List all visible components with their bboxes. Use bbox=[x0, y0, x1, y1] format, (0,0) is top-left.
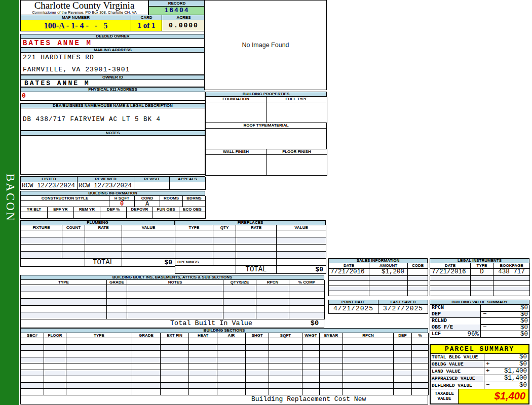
empty-cell bbox=[21, 292, 107, 299]
empty-cell bbox=[66, 376, 132, 383]
code-label: CODE bbox=[408, 263, 428, 269]
dep-label: DEP bbox=[394, 333, 412, 338]
value-summary-row: RPCN $0 bbox=[430, 305, 529, 311]
empty-cell bbox=[269, 345, 302, 351]
empty-cell bbox=[66, 363, 132, 370]
empty-cell bbox=[302, 389, 320, 395]
map-number-label: MAP NUMBER bbox=[21, 15, 131, 20]
type-label: TYPE bbox=[471, 263, 493, 269]
dep-value: $0 bbox=[489, 311, 529, 317]
reviewed-value: RCW 12/23/2024 bbox=[78, 182, 134, 190]
type-label: TYPE bbox=[21, 280, 107, 285]
plumbing-empty-row bbox=[21, 237, 175, 245]
empty-cell bbox=[44, 357, 66, 364]
empty-cell bbox=[21, 357, 44, 364]
empty-cell bbox=[189, 389, 217, 395]
taxable-value: $1,400 bbox=[459, 389, 528, 403]
building-sections-empty-row bbox=[21, 357, 428, 364]
empty-cell bbox=[236, 259, 277, 266]
empty-cell bbox=[213, 252, 236, 259]
empty-cell bbox=[189, 363, 217, 370]
empty-cell bbox=[62, 252, 85, 259]
fireplaces-total-label: TOTAL bbox=[236, 266, 277, 274]
empty-cell bbox=[343, 370, 394, 377]
empty-cell bbox=[85, 230, 122, 237]
empty-cell bbox=[213, 245, 236, 252]
eyear-label: EYEAR bbox=[320, 333, 343, 338]
empty-cell bbox=[161, 351, 189, 357]
empty-cell bbox=[213, 230, 236, 237]
parcel-summary-row: LAND VALUE +$1,400 bbox=[431, 368, 528, 375]
instrument-bookpage: 438 717 bbox=[493, 269, 530, 276]
empty-cell bbox=[21, 259, 85, 267]
empty-cell bbox=[269, 376, 302, 383]
rpcn-label: RPCN bbox=[343, 333, 394, 338]
empty-cell bbox=[127, 312, 223, 319]
empty-cell bbox=[302, 338, 320, 345]
empty-cell bbox=[394, 376, 412, 383]
empty-cell bbox=[246, 376, 269, 383]
building-sections-empty-row bbox=[21, 345, 428, 351]
built-ins-table: BUILDING BUILT INS, BASEMENTS, ATTICS & … bbox=[20, 275, 324, 328]
floor-finish-label: FLOOR FINISH bbox=[267, 149, 327, 155]
built-ins-title: BUILDING BUILT INS, BASEMENTS, ATTICS & … bbox=[21, 275, 324, 280]
print-date-label: PRINT DATE bbox=[329, 300, 378, 305]
built-ins-total-value: $0 bbox=[268, 319, 324, 328]
openings-label: OPENINGS bbox=[175, 259, 213, 266]
empty-cell bbox=[394, 345, 412, 351]
mailing-address-value: 221 HARDTIMES RD FARMVILLE, VA 23901-390… bbox=[20, 53, 205, 75]
empty-cell bbox=[161, 370, 189, 377]
heat-label: HEAT bbox=[189, 333, 217, 338]
floor-finish-value bbox=[267, 155, 327, 176]
empty-cell bbox=[256, 292, 289, 299]
empty-cell bbox=[412, 338, 429, 345]
sales-empty-row bbox=[329, 276, 428, 281]
card-label: CARD bbox=[131, 15, 162, 20]
building-sections-empty-row bbox=[21, 338, 428, 345]
rpcn-label: RPCN bbox=[256, 280, 289, 285]
county-box: Charlotte County Virginia Commissioner o… bbox=[20, 0, 148, 15]
empty-cell bbox=[44, 389, 66, 395]
empty-cell bbox=[175, 252, 213, 259]
empty-cell bbox=[44, 351, 66, 357]
empty-cell bbox=[21, 306, 107, 313]
building-sections-empty-row bbox=[21, 389, 428, 395]
empty-cell bbox=[320, 357, 343, 364]
shgt-label: SHGT bbox=[246, 333, 269, 338]
date-label: DATE bbox=[430, 263, 471, 269]
empty-cell bbox=[256, 285, 289, 292]
dep-label: DEP bbox=[432, 311, 441, 317]
empty-cell bbox=[66, 357, 132, 364]
notes-label: NOTES bbox=[20, 131, 205, 136]
rate-label: RATE bbox=[85, 225, 122, 230]
empty-cell bbox=[430, 291, 471, 296]
empty-cell bbox=[369, 276, 408, 281]
parcel-summary-title: PARCEL SUMMARY bbox=[431, 345, 528, 354]
empty-cell bbox=[394, 370, 412, 377]
empty-cell bbox=[246, 370, 269, 377]
record-label: RECORD bbox=[148, 0, 205, 7]
empty-cell bbox=[132, 370, 161, 377]
empty-cell bbox=[289, 306, 325, 313]
empty-cell bbox=[302, 370, 320, 377]
empty-cell bbox=[256, 299, 289, 306]
empty-cell bbox=[161, 363, 189, 370]
empty-cell bbox=[343, 351, 394, 357]
empty-cell bbox=[223, 306, 256, 313]
empty-cell bbox=[21, 376, 44, 383]
appraised-value-label: APPRAISED VALUE bbox=[431, 375, 484, 382]
revisit-value bbox=[134, 182, 170, 190]
parcel-summary-row: OBLDG VALUE +$0 bbox=[431, 361, 528, 368]
empty-cell bbox=[412, 357, 429, 364]
empty-cell bbox=[408, 286, 428, 291]
value-label: VALUE bbox=[122, 225, 175, 230]
sales-row: 7/21/2016 $1,200 bbox=[329, 269, 428, 276]
empty-cell bbox=[246, 351, 269, 357]
plumbing-total-label: TOTAL bbox=[85, 259, 122, 267]
plumbing-empty-row bbox=[21, 252, 175, 259]
empty-cell bbox=[161, 357, 189, 364]
legal-empty-row bbox=[430, 286, 529, 291]
empty-cell bbox=[223, 312, 256, 319]
empty-cell bbox=[21, 245, 62, 252]
empty-cell bbox=[412, 351, 429, 357]
